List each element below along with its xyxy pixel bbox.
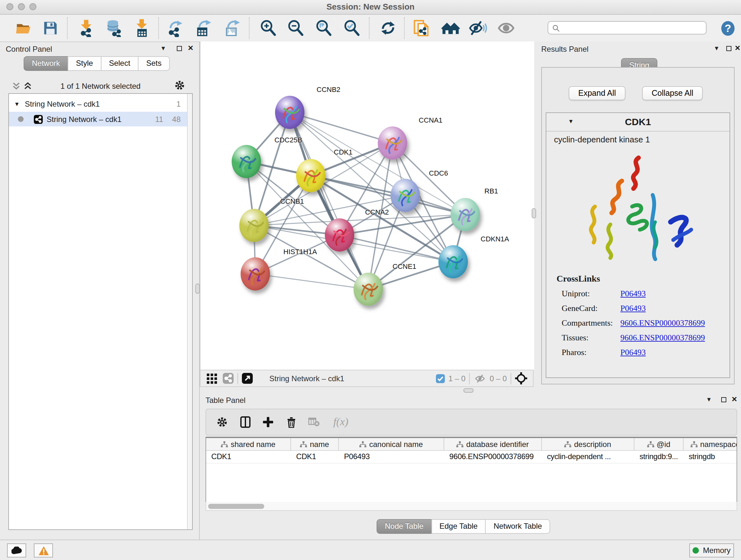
- node-CDC25B[interactable]: [232, 145, 261, 178]
- results-panel-collapse-icon[interactable]: ▾: [715, 45, 718, 51]
- memory-button[interactable]: Memory: [689, 543, 734, 557]
- table-panel-close-icon[interactable]: ✕: [731, 395, 737, 403]
- node-CCNE1[interactable]: [354, 273, 383, 306]
- table-cell[interactable]: CDK1: [206, 451, 291, 463]
- network-search-field[interactable]: [548, 21, 706, 35]
- control-panel-float-icon[interactable]: [177, 46, 182, 51]
- table-cell[interactable]: 9606.ENSP00000378699: [444, 451, 542, 463]
- node-CDC6[interactable]: [391, 179, 420, 212]
- control-panel-gear-icon[interactable]: [174, 80, 185, 91]
- tab-sets[interactable]: Sets: [138, 56, 170, 71]
- node-CDK1[interactable]: [296, 159, 326, 192]
- eye-slash-icon: [468, 19, 488, 37]
- crosslink-link[interactable]: P06493: [620, 348, 646, 358]
- refresh-layout-button[interactable]: [378, 18, 398, 38]
- node-HIST1H1A[interactable]: [241, 257, 270, 291]
- network-canvas[interactable]: CCNB2 CCNA1 CDC25B CDK1 CDC6 RB1 CCNB1: [200, 42, 535, 370]
- table-row[interactable]: CDK1CDK1P064939606.ENSP00000378699cyclin…: [206, 451, 737, 463]
- collapse-all-button[interactable]: Collapse All: [642, 86, 703, 100]
- tab-network[interactable]: Network: [23, 56, 68, 71]
- column-header-canonical-name[interactable]: canonical name: [339, 438, 444, 450]
- save-session-button[interactable]: [40, 18, 61, 38]
- hide-selected-button[interactable]: [468, 18, 488, 38]
- node-CCNA1[interactable]: [378, 126, 407, 160]
- results-panel-close-icon[interactable]: ✕: [735, 44, 740, 52]
- crosslink-link[interactable]: P06493: [620, 289, 646, 299]
- table-cell[interactable]: cyclin-dependent ...: [542, 451, 634, 463]
- table-cell[interactable]: stringdb:9...: [634, 451, 684, 463]
- results-panel-title: Results Panel: [541, 45, 589, 54]
- crosslink-link[interactable]: P06493: [620, 303, 646, 314]
- help-button[interactable]: ?: [718, 18, 738, 38]
- selected-checkbox-icon[interactable]: [435, 374, 445, 383]
- crosslink-link[interactable]: 9606.ENSP00000378699: [620, 318, 705, 328]
- column-header-name[interactable]: name: [291, 438, 339, 450]
- table-settings-button[interactable]: [215, 415, 229, 429]
- zoom-in-button[interactable]: [258, 18, 278, 38]
- export-image-button[interactable]: [221, 18, 242, 38]
- network-list-scrollbar[interactable]: [187, 94, 192, 530]
- column-header--id[interactable]: @id: [634, 438, 684, 450]
- right-splitter-handle[interactable]: [532, 208, 536, 219]
- tab-select[interactable]: Select: [100, 56, 138, 71]
- tab-node-table[interactable]: Node Table: [377, 519, 431, 534]
- zoom-fit-button[interactable]: [313, 18, 334, 38]
- duplicate-network-button[interactable]: [412, 18, 432, 38]
- node-label-CCNA1: CCNA1: [419, 116, 443, 124]
- node-label-CCNE1: CCNE1: [393, 262, 416, 270]
- table-cell[interactable]: stringdb: [684, 451, 737, 463]
- column-header-database-identifier[interactable]: database identifier: [444, 438, 542, 450]
- crosslinks-heading: CrossLinks: [556, 274, 600, 284]
- create-column-button[interactable]: [261, 415, 275, 429]
- birds-eye-toggle-icon[interactable]: [515, 372, 527, 384]
- table-cell[interactable]: CDK1: [291, 451, 339, 463]
- search-input[interactable]: [560, 23, 706, 33]
- show-all-networks-button[interactable]: [441, 18, 461, 38]
- table-horizontal-scrollbar[interactable]: [205, 502, 737, 511]
- network-collection-row[interactable]: ▼ String Network – cdk1 1: [9, 97, 188, 111]
- table-panel-float-icon[interactable]: [721, 397, 726, 402]
- results-panel-float-icon[interactable]: [726, 46, 731, 51]
- node-CCNB2[interactable]: [275, 96, 305, 129]
- scrollbar-thumb[interactable]: [208, 504, 264, 509]
- tree-expander-icon[interactable]: ▼: [14, 101, 20, 107]
- table-cell[interactable]: P06493: [339, 451, 444, 463]
- export-table-button[interactable]: [193, 18, 213, 38]
- import-network-button[interactable]: [76, 18, 96, 38]
- cloud-status-button[interactable]: [7, 543, 26, 557]
- export-network-button[interactable]: [165, 18, 185, 38]
- network-row[interactable]: String Network – cdk1 11 48: [9, 112, 188, 126]
- tab-edge-table[interactable]: Edge Table: [431, 519, 485, 534]
- open-session-button[interactable]: [13, 18, 33, 38]
- expand-all-tree-icon[interactable]: [11, 81, 21, 91]
- warnings-button[interactable]: [34, 543, 53, 557]
- node-CCNA2[interactable]: [325, 219, 354, 252]
- table-panel-collapse-icon[interactable]: ▾: [707, 396, 711, 402]
- titlebar: Session: New Session: [0, 0, 741, 15]
- string-view-icon[interactable]: [223, 373, 233, 384]
- column-header-namespace[interactable]: namespace: [684, 438, 737, 450]
- left-splitter-handle[interactable]: [195, 284, 200, 294]
- node-RB1[interactable]: [451, 198, 480, 231]
- crosslink-link[interactable]: 9606.ENSP00000378699: [620, 333, 705, 343]
- node-CCNB1[interactable]: [239, 209, 269, 242]
- expand-all-button[interactable]: Expand All: [569, 86, 625, 100]
- column-header-description[interactable]: description: [542, 438, 634, 450]
- import-network-from-database-button[interactable]: [104, 18, 124, 38]
- zoom-out-button[interactable]: [285, 18, 306, 38]
- control-panel-close-icon[interactable]: ✕: [188, 44, 193, 52]
- delete-column-button[interactable]: [284, 415, 298, 429]
- show-hidden-button[interactable]: [496, 18, 516, 38]
- show-columns-button[interactable]: [238, 415, 252, 429]
- column-header-shared-name[interactable]: shared name: [206, 438, 291, 450]
- table-splitter-handle[interactable]: [463, 388, 474, 393]
- grid-view-icon[interactable]: [207, 373, 217, 383]
- node-CDKN1A[interactable]: [439, 245, 468, 278]
- tab-style[interactable]: Style: [68, 56, 100, 71]
- collapse-all-tree-icon[interactable]: [23, 81, 32, 91]
- import-table-button[interactable]: [131, 18, 152, 38]
- open-in-window-icon[interactable]: [242, 373, 253, 384]
- control-panel-collapse-icon[interactable]: ▾: [161, 45, 165, 51]
- tab-network-table[interactable]: Network Table: [485, 519, 550, 534]
- zoom-selected-button[interactable]: [341, 18, 362, 38]
